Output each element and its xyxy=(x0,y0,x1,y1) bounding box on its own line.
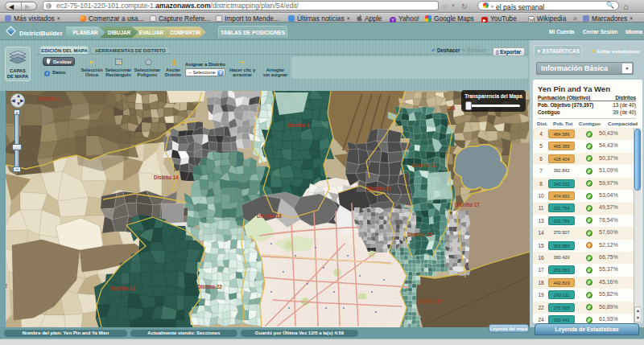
svg-text:Distrito 22: Distrito 22 xyxy=(197,284,222,290)
svg-text:Distrito 17: Distrito 17 xyxy=(455,202,480,207)
svg-text:Distrito 21: Distrito 21 xyxy=(110,285,135,291)
svg-text:Distrito 20: Distrito 20 xyxy=(417,298,442,304)
svg-text:Distrito 16: Distrito 16 xyxy=(366,186,391,191)
svg-text:Distrito 14: Distrito 14 xyxy=(154,175,179,180)
svg-text:Distrito 4: Distrito 4 xyxy=(38,96,60,101)
svg-text:Distrito 8: Distrito 8 xyxy=(287,122,310,128)
svg-text:Distrito 18: Distrito 18 xyxy=(257,213,282,219)
svg-text:Distrito 11: Distrito 11 xyxy=(412,162,437,168)
svg-text:Distrito 15: Distrito 15 xyxy=(407,232,432,237)
svg-text:204: 204 xyxy=(447,105,456,111)
